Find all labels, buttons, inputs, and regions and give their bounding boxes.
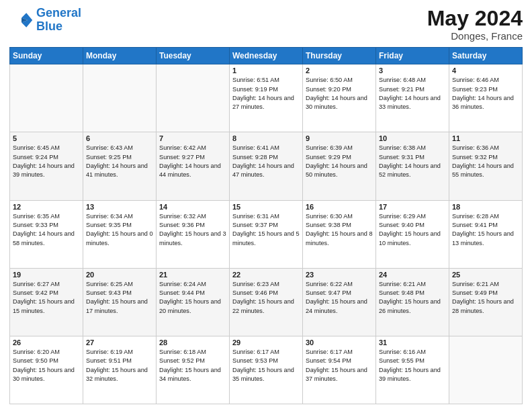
calendar-cell: 16Sunrise: 6:30 AM Sunset: 9:38 PM Dayli… <box>303 200 376 268</box>
calendar-cell: 15Sunrise: 6:31 AM Sunset: 9:37 PM Dayli… <box>230 200 303 268</box>
day-number: 26 <box>13 338 80 347</box>
cell-info: Sunrise: 6:39 AM Sunset: 9:29 PM Dayligh… <box>306 144 373 179</box>
day-number: 22 <box>232 271 300 279</box>
logo: GeneralBlue <box>9 7 81 34</box>
day-number: 29 <box>232 338 300 347</box>
day-number: 9 <box>306 134 373 142</box>
cell-info: Sunrise: 6:30 AM Sunset: 9:38 PM Dayligh… <box>306 212 373 248</box>
cell-info: Sunrise: 6:27 AM Sunset: 9:42 PM Dayligh… <box>13 280 80 316</box>
calendar-cell: 5Sunrise: 6:45 AM Sunset: 9:24 PM Daylig… <box>10 132 83 200</box>
cell-info: Sunrise: 6:19 AM Sunset: 9:51 PM Dayligh… <box>86 348 153 383</box>
column-header-wednesday: Wednesday <box>230 48 303 64</box>
cell-info: Sunrise: 6:51 AM Sunset: 9:19 PM Dayligh… <box>232 76 300 111</box>
cell-info: Sunrise: 6:17 AM Sunset: 9:53 PM Dayligh… <box>232 348 300 383</box>
day-number: 18 <box>452 203 519 211</box>
calendar-cell: 13Sunrise: 6:34 AM Sunset: 9:35 PM Dayli… <box>83 200 157 268</box>
calendar-cell: 10Sunrise: 6:38 AM Sunset: 9:31 PM Dayli… <box>376 132 449 200</box>
column-header-sunday: Sunday <box>10 48 83 64</box>
calendar-cell: 28Sunrise: 6:18 AM Sunset: 9:52 PM Dayli… <box>157 336 230 404</box>
day-number: 2 <box>306 66 373 75</box>
calendar-cell: 23Sunrise: 6:22 AM Sunset: 9:47 PM Dayli… <box>303 268 376 336</box>
calendar-cell: 7Sunrise: 6:42 AM Sunset: 9:27 PM Daylig… <box>157 132 230 200</box>
cell-info: Sunrise: 6:28 AM Sunset: 9:41 PM Dayligh… <box>452 212 519 248</box>
day-number: 15 <box>232 203 300 211</box>
column-header-saturday: Saturday <box>449 48 523 64</box>
cell-info: Sunrise: 6:16 AM Sunset: 9:55 PM Dayligh… <box>379 348 446 383</box>
calendar-cell: 29Sunrise: 6:17 AM Sunset: 9:53 PM Dayli… <box>230 336 303 404</box>
calendar-cell: 2Sunrise: 6:50 AM Sunset: 9:20 PM Daylig… <box>303 64 376 132</box>
calendar-cell: 25Sunrise: 6:21 AM Sunset: 9:49 PM Dayli… <box>449 268 523 336</box>
cell-info: Sunrise: 6:18 AM Sunset: 9:52 PM Dayligh… <box>159 348 226 383</box>
day-number: 23 <box>306 271 373 279</box>
day-number: 7 <box>159 134 226 142</box>
calendar-cell: 14Sunrise: 6:32 AM Sunset: 9:36 PM Dayli… <box>157 200 230 268</box>
day-number: 16 <box>306 203 373 211</box>
title-block: May 2024 Donges, France <box>427 7 523 42</box>
calendar-cell: 26Sunrise: 6:20 AM Sunset: 9:50 PM Dayli… <box>10 336 83 404</box>
calendar-cell: 11Sunrise: 6:36 AM Sunset: 9:32 PM Dayli… <box>449 132 523 200</box>
calendar-cell: 19Sunrise: 6:27 AM Sunset: 9:42 PM Dayli… <box>10 268 83 336</box>
day-number: 17 <box>379 203 446 211</box>
main-title: May 2024 <box>427 7 523 30</box>
day-number: 20 <box>86 271 153 279</box>
cell-info: Sunrise: 6:46 AM Sunset: 9:23 PM Dayligh… <box>452 76 519 111</box>
calendar-cell: 17Sunrise: 6:29 AM Sunset: 9:40 PM Dayli… <box>376 200 449 268</box>
cell-info: Sunrise: 6:35 AM Sunset: 9:33 PM Dayligh… <box>13 212 80 248</box>
column-header-tuesday: Tuesday <box>157 48 230 64</box>
cell-info: Sunrise: 6:21 AM Sunset: 9:49 PM Dayligh… <box>452 280 519 316</box>
day-number: 30 <box>306 338 373 347</box>
calendar-cell: 4Sunrise: 6:46 AM Sunset: 9:23 PM Daylig… <box>449 64 523 132</box>
day-number: 11 <box>452 134 519 142</box>
calendar-cell <box>83 64 157 132</box>
day-number: 5 <box>13 134 80 142</box>
cell-info: Sunrise: 6:25 AM Sunset: 9:43 PM Dayligh… <box>86 280 153 316</box>
cell-info: Sunrise: 6:34 AM Sunset: 9:35 PM Dayligh… <box>86 212 153 248</box>
day-number: 19 <box>13 271 80 279</box>
calendar-cell: 6Sunrise: 6:43 AM Sunset: 9:25 PM Daylig… <box>83 132 157 200</box>
day-number: 28 <box>159 338 226 347</box>
week-row-5: 26Sunrise: 6:20 AM Sunset: 9:50 PM Dayli… <box>10 336 523 404</box>
day-number: 21 <box>159 271 226 279</box>
calendar-cell <box>157 64 230 132</box>
logo-text: GeneralBlue <box>36 7 81 34</box>
calendar-cell: 12Sunrise: 6:35 AM Sunset: 9:33 PM Dayli… <box>10 200 83 268</box>
calendar-table: SundayMondayTuesdayWednesdayThursdayFrid… <box>9 47 523 404</box>
day-number: 27 <box>86 338 153 347</box>
calendar-cell: 1Sunrise: 6:51 AM Sunset: 9:19 PM Daylig… <box>230 64 303 132</box>
calendar-cell: 21Sunrise: 6:24 AM Sunset: 9:44 PM Dayli… <box>157 268 230 336</box>
column-header-friday: Friday <box>376 48 449 64</box>
day-number: 1 <box>232 66 300 75</box>
page: GeneralBlue May 2024 Donges, France Sund… <box>0 0 532 411</box>
cell-info: Sunrise: 6:22 AM Sunset: 9:47 PM Dayligh… <box>306 280 373 316</box>
cell-info: Sunrise: 6:43 AM Sunset: 9:25 PM Dayligh… <box>86 144 153 179</box>
day-number: 3 <box>379 66 446 75</box>
day-number: 4 <box>452 66 519 75</box>
day-number: 12 <box>13 203 80 211</box>
logo-icon <box>9 8 34 32</box>
day-number: 6 <box>86 134 153 142</box>
calendar-cell: 3Sunrise: 6:48 AM Sunset: 9:21 PM Daylig… <box>376 64 449 132</box>
cell-info: Sunrise: 6:41 AM Sunset: 9:28 PM Dayligh… <box>232 144 300 179</box>
cell-info: Sunrise: 6:48 AM Sunset: 9:21 PM Dayligh… <box>379 76 446 111</box>
cell-info: Sunrise: 6:50 AM Sunset: 9:20 PM Dayligh… <box>306 76 373 111</box>
calendar-cell: 27Sunrise: 6:19 AM Sunset: 9:51 PM Dayli… <box>83 336 157 404</box>
cell-info: Sunrise: 6:21 AM Sunset: 9:48 PM Dayligh… <box>379 280 446 316</box>
week-row-4: 19Sunrise: 6:27 AM Sunset: 9:42 PM Dayli… <box>10 268 523 336</box>
cell-info: Sunrise: 6:23 AM Sunset: 9:46 PM Dayligh… <box>232 280 300 316</box>
calendar-cell: 8Sunrise: 6:41 AM Sunset: 9:28 PM Daylig… <box>230 132 303 200</box>
calendar-cell: 24Sunrise: 6:21 AM Sunset: 9:48 PM Dayli… <box>376 268 449 336</box>
calendar-cell: 30Sunrise: 6:17 AM Sunset: 9:54 PM Dayli… <box>303 336 376 404</box>
cell-info: Sunrise: 6:24 AM Sunset: 9:44 PM Dayligh… <box>159 280 226 316</box>
calendar-cell: 18Sunrise: 6:28 AM Sunset: 9:41 PM Dayli… <box>449 200 523 268</box>
calendar-cell <box>10 64 83 132</box>
week-row-2: 5Sunrise: 6:45 AM Sunset: 9:24 PM Daylig… <box>10 132 523 200</box>
calendar-cell: 22Sunrise: 6:23 AM Sunset: 9:46 PM Dayli… <box>230 268 303 336</box>
calendar-header-row: SundayMondayTuesdayWednesdayThursdayFrid… <box>10 48 523 64</box>
column-header-thursday: Thursday <box>303 48 376 64</box>
day-number: 13 <box>86 203 153 211</box>
day-number: 14 <box>159 203 226 211</box>
column-header-monday: Monday <box>83 48 157 64</box>
day-number: 24 <box>379 271 446 279</box>
cell-info: Sunrise: 6:36 AM Sunset: 9:32 PM Dayligh… <box>452 144 519 179</box>
calendar-cell <box>449 336 523 404</box>
